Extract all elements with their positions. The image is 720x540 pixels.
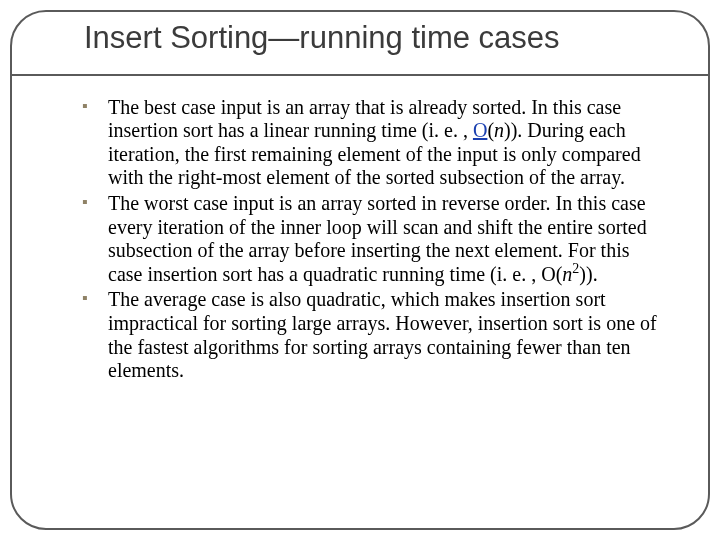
bullet-text: The average case is also quadratic, whic…: [108, 288, 657, 381]
var-n: n: [494, 119, 504, 141]
bullet-item: The best case input is an array that is …: [82, 96, 660, 190]
body-area: The best case input is an array that is …: [12, 76, 708, 383]
slide-title: Insert Sorting—running time cases: [84, 20, 668, 56]
bullet-item: The average case is also quadratic, whic…: [82, 288, 660, 382]
bullet-text: )).: [579, 263, 597, 285]
title-area: Insert Sorting—running time cases: [12, 12, 708, 56]
big-o-link[interactable]: O: [473, 119, 487, 141]
var-n: n: [562, 263, 572, 285]
bullet-item: The worst case input is an array sorted …: [82, 192, 660, 286]
slide-frame: Insert Sorting—running time cases The be…: [10, 10, 710, 530]
